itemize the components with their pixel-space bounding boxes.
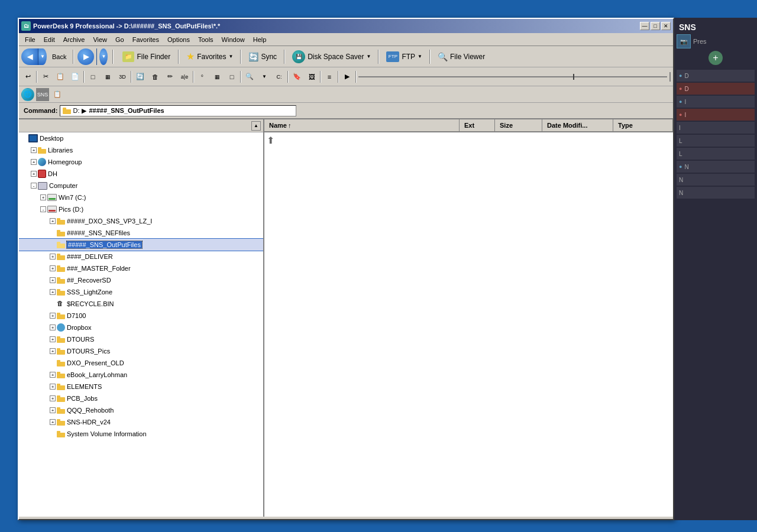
view-small-button[interactable]: ▦ xyxy=(101,70,114,83)
expand-dtours-pics[interactable]: + xyxy=(50,348,56,354)
menu-go[interactable]: Go xyxy=(112,35,128,44)
sort2-button[interactable]: ≡ xyxy=(323,70,336,83)
expand-homegroup[interactable]: + xyxy=(31,159,37,165)
menu-options[interactable]: Options xyxy=(164,35,193,44)
tree-item-libraries[interactable]: + Libraries xyxy=(19,144,263,156)
expand-elements[interactable]: + xyxy=(50,384,56,390)
expand-deliver[interactable]: + xyxy=(50,254,56,259)
view-3d-button[interactable]: 3D xyxy=(116,70,129,83)
refresh-button[interactable]: 🔄 xyxy=(134,70,147,83)
expand-pcb[interactable]: + xyxy=(50,395,56,401)
expand-qqq[interactable]: + xyxy=(50,407,56,413)
breadcrumb-folder[interactable]: #####_SNS_OutPutFiles xyxy=(89,107,164,114)
minimize-button[interactable]: — xyxy=(640,22,649,30)
cut-button[interactable]: ✂ xyxy=(39,70,52,83)
tree-item-nef[interactable]: #####_SNS_NEFfiles xyxy=(19,227,263,239)
sidebar-item-5[interactable]: I xyxy=(677,122,755,134)
sidebar-item-7[interactable]: L xyxy=(677,148,755,160)
tree-item-elements[interactable]: + ELEMENTS xyxy=(19,381,263,392)
sidebar-item-9[interactable]: N xyxy=(677,174,755,186)
view-large-button[interactable]: □ xyxy=(86,70,99,83)
expand-dxo[interactable]: + xyxy=(50,218,56,224)
undo-button[interactable]: ↩ xyxy=(21,70,34,83)
search-dropdown[interactable]: ▼ xyxy=(258,70,271,83)
rename-button[interactable]: ✏ xyxy=(163,70,176,83)
sync-button[interactable]: 🔄 Sync xyxy=(245,51,280,63)
menu-help[interactable]: Help xyxy=(250,35,270,44)
tree-item-dropbox[interactable]: + Dropbox xyxy=(19,322,263,333)
expand-picsd[interactable]: - xyxy=(40,206,46,212)
bookmarks-button[interactable]: 🔖 xyxy=(290,70,303,83)
maximize-button[interactable]: □ xyxy=(651,22,660,30)
tree-scroll-up[interactable]: ▲ xyxy=(251,121,261,131)
expand-ebook[interactable]: + xyxy=(50,372,56,378)
nav-icon3[interactable]: 📋 xyxy=(51,88,64,101)
tree-item-d7100[interactable]: + D7100 xyxy=(19,310,263,322)
tree-item-pcb[interactable]: + PCB_Jobs xyxy=(19,392,263,404)
tree-item-win7c[interactable]: + Win7 (C:) xyxy=(19,192,263,203)
col-header-name[interactable]: Name ↑ xyxy=(264,119,460,131)
tree-item-picsd[interactable]: - Pics (D:) xyxy=(19,203,263,215)
sort-button[interactable]: ▦ xyxy=(211,70,224,83)
expand-dtours[interactable]: + xyxy=(50,336,56,342)
expand-libraries[interactable]: + xyxy=(31,147,37,153)
sidebar-item-1[interactable]: ● D xyxy=(677,70,755,82)
forward-dropdown[interactable]: ▼ xyxy=(99,48,108,65)
tree-item-sysv[interactable]: System Volume Information xyxy=(19,428,263,440)
nav-icon2[interactable]: SNS xyxy=(36,88,49,101)
favorites-button[interactable]: ★ Favorites ▼ xyxy=(183,50,237,63)
expand-sns-hdr[interactable]: + xyxy=(50,419,56,425)
tree-item-deliver[interactable]: + ####_DELIVER xyxy=(19,251,263,262)
props-button[interactable]: a|e xyxy=(178,70,191,83)
sidebar-item-4[interactable]: ● I xyxy=(677,109,755,121)
col-header-type[interactable]: Type xyxy=(613,119,673,131)
layout-button[interactable]: □ xyxy=(225,70,238,83)
tree-item-homegroup[interactable]: + Homegroup xyxy=(19,156,263,168)
tree-item-lightzone[interactable]: + SSS_LightZone xyxy=(19,286,263,298)
menu-archive[interactable]: Archive xyxy=(60,35,89,44)
expand-d7100[interactable]: + xyxy=(50,313,56,319)
ftp-button[interactable]: FTP FTP ▼ xyxy=(383,50,426,63)
search-button[interactable]: 🔍 xyxy=(243,70,256,83)
tree-item-dtours-pics[interactable]: + DTOURS_Pics xyxy=(19,345,263,357)
menu-file[interactable]: File xyxy=(21,35,39,44)
slider-thumb[interactable] xyxy=(573,74,574,80)
sidebar-item-3[interactable]: ● I xyxy=(677,96,755,108)
play-button[interactable]: ▶ xyxy=(341,70,354,83)
disk-space-button[interactable]: 💾 Disk Space Saver ▼ xyxy=(289,49,374,64)
delete-button[interactable]: 🗑 xyxy=(148,70,161,83)
expand-recover[interactable]: + xyxy=(50,277,56,283)
tree-item-sns-hdr[interactable]: + SNS-HDR_v24 xyxy=(19,416,263,428)
tree-item-desktop[interactable]: Desktop xyxy=(19,132,263,144)
menu-favorites[interactable]: Favorites xyxy=(129,35,163,44)
expand-lightzone[interactable]: + xyxy=(50,289,56,295)
tree-item-recover[interactable]: + ##_RecoverSD xyxy=(19,274,263,286)
tree-item-qqq[interactable]: + QQQ_Rehoboth xyxy=(19,404,263,416)
back-button[interactable]: ◀ xyxy=(21,48,38,65)
expand-dh[interactable]: + xyxy=(31,171,37,177)
file-finder-button[interactable]: 📁 File Finder xyxy=(118,50,174,64)
photos-button[interactable]: 🖼 xyxy=(305,70,318,83)
parent-folder-button[interactable]: ⬆ xyxy=(267,135,671,146)
tree-item-master[interactable]: + ###_MASTER_Folder xyxy=(19,262,263,274)
tree-item-computer[interactable]: - Computer xyxy=(19,180,263,192)
drive-button[interactable]: C: xyxy=(273,70,286,83)
breadcrumb-drive[interactable]: D: xyxy=(73,107,79,114)
expand-win7c[interactable]: + xyxy=(40,194,46,200)
nav-icon1[interactable]: 🌐 xyxy=(21,88,34,101)
close-button[interactable]: ✕ xyxy=(661,22,671,30)
menu-window[interactable]: Window xyxy=(218,35,248,44)
expand-dropbox[interactable]: + xyxy=(50,325,56,330)
sidebar-item-8[interactable]: ● N xyxy=(677,161,755,173)
sidebar-item-6[interactable]: L xyxy=(677,135,755,147)
add-button[interactable]: + xyxy=(709,51,723,65)
forward-button[interactable]: ▶ xyxy=(77,48,94,65)
menu-edit[interactable]: Edit xyxy=(40,35,59,44)
menu-tools[interactable]: Tools xyxy=(195,35,217,44)
col-header-size[interactable]: Size xyxy=(495,119,542,131)
tree-item-dxo-present[interactable]: DXO_Present_OLD xyxy=(19,357,263,369)
tree-item-recycle[interactable]: 🗑 $RECYCLE.BIN xyxy=(19,298,263,310)
tree-item-dh[interactable]: + DH xyxy=(19,168,263,180)
paste-button[interactable]: 📄 xyxy=(69,70,82,83)
sidebar-item-10[interactable]: N xyxy=(677,187,755,199)
